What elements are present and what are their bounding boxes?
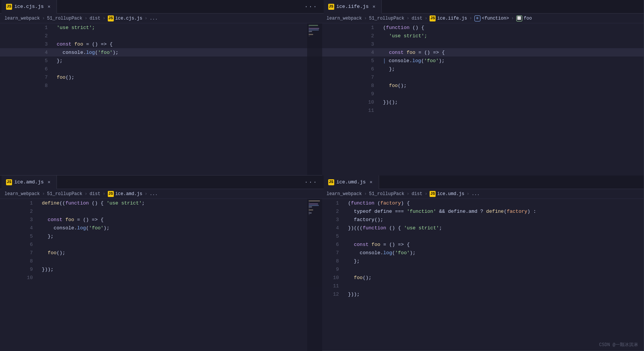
js-icon-iife: JS: [328, 4, 334, 10]
function-icon: ⊙: [474, 15, 480, 21]
line-row-active: 4 const foo = () => {: [322, 48, 644, 56]
minimap-cjs: [307, 23, 322, 175]
line-row: 6: [0, 240, 322, 249]
line-row: 2: [0, 32, 322, 40]
line-row: 4 })(((function () { 'use strict';: [322, 224, 644, 232]
line-row: 8 };: [322, 257, 644, 265]
line-row: 5 };: [0, 232, 322, 240]
js-badge-amd: JS: [108, 191, 114, 197]
line-row: 5 };: [0, 56, 322, 65]
line-row: 12 }));: [322, 290, 644, 298]
line-row: 1 'use strict';: [0, 23, 322, 32]
line-row: 3 const foo = () => {: [0, 40, 322, 48]
tab-label-cjs: ice.cjs.js: [14, 4, 44, 9]
tab-label-amd: ice.amd.js: [14, 179, 44, 185]
line-row: 7 foo();: [0, 249, 322, 257]
js-icon-amd: JS: [6, 179, 12, 185]
breadcrumb-iife: learn_webpack › 51_rollupPack › dist › J…: [322, 14, 644, 23]
js-badge-iife: JS: [430, 15, 436, 21]
var-icon: ⬜: [516, 15, 522, 21]
line-row: 6: [0, 65, 322, 73]
line-row: 2 'use strict';: [322, 32, 644, 40]
editor-pane-umd: JS ice.umd.js ✕ learn_webpack › 51_rollu…: [322, 176, 644, 351]
line-row: 10: [0, 273, 322, 282]
breadcrumb-cjs: learn_webpack › 51_rollupPack › dist › J…: [0, 14, 322, 23]
tab-bar-iife: JS ice.iife.js ✕: [322, 0, 644, 14]
close-tab-umd[interactable]: ✕: [368, 179, 374, 185]
line-row: 7 foo();: [0, 73, 322, 81]
close-tab-iife[interactable]: ✕: [371, 4, 377, 10]
line-row: 6 const foo = () => {: [322, 240, 644, 249]
tab-bar-amd: JS ice.amd.js ✕ ···: [0, 176, 322, 189]
line-row: 1 define((function () { 'use strict';: [0, 199, 322, 207]
js-badge-cjs: JS: [108, 15, 114, 21]
js-icon-umd: JS: [328, 179, 334, 185]
line-row: 7: [322, 73, 644, 81]
line-row: 5 │ console.log('foo');: [322, 56, 644, 65]
line-row: 3 factory();: [322, 215, 644, 224]
code-area-cjs[interactable]: 1 'use strict'; 2 3 const foo = () => { …: [0, 23, 322, 175]
editor-pane-amd: JS ice.amd.js ✕ ··· learn_webpack › 51_r…: [0, 176, 322, 351]
js-badge-umd: JS: [430, 191, 436, 197]
tab-amd[interactable]: JS ice.amd.js ✕: [2, 176, 57, 189]
line-row: 5: [322, 232, 644, 240]
tab-iife[interactable]: JS ice.iife.js ✕: [324, 0, 382, 14]
line-row: 11: [322, 106, 644, 114]
close-tab-amd[interactable]: ✕: [46, 179, 52, 185]
line-row: 6 };: [322, 65, 644, 73]
line-row: 3 const foo = () => {: [0, 215, 322, 224]
line-row: 8 foo();: [322, 81, 644, 90]
line-row: 4 console.log('foo');: [0, 224, 322, 232]
close-tab-cjs[interactable]: ✕: [46, 4, 52, 10]
code-area-umd[interactable]: 1 (function (factory) { 2 typeof define …: [322, 199, 644, 351]
line-row: 9: [322, 90, 644, 98]
minimap-amd: [307, 199, 322, 351]
editor-pane-iife: JS ice.iife.js ✕ learn_webpack › 51_roll…: [322, 0, 644, 176]
breadcrumb-amd: learn_webpack › 51_rollupPack › dist › J…: [0, 189, 322, 199]
tab-umd[interactable]: JS ice.umd.js ✕: [324, 176, 379, 189]
editor-pane-cjs: JS ice.cjs.js ✕ ··· learn_webpack › 51_r…: [0, 0, 322, 176]
line-row: 10 foo();: [322, 273, 644, 282]
line-row: 2: [0, 207, 322, 215]
line-row-active: 4 console.log('foo');: [0, 48, 322, 56]
line-row: 8: [0, 81, 322, 90]
watermark: CSDN @一颗冰淇淋: [599, 342, 638, 348]
code-area-iife[interactable]: 1 (function () { 2 'use strict'; 3 4 con…: [322, 23, 644, 176]
line-row: 10 })();: [322, 98, 644, 106]
line-row: 11: [322, 282, 644, 290]
line-row: 7 console.log('foo');: [322, 249, 644, 257]
line-row: 3: [322, 40, 644, 48]
line-row: 8: [0, 257, 322, 265]
line-row: 1 (function (factory) {: [322, 199, 644, 207]
tab-menu-amd[interactable]: ···: [301, 179, 321, 186]
tab-bar-umd: JS ice.umd.js ✕: [322, 176, 644, 189]
line-row: 1 (function () {: [322, 23, 644, 32]
breadcrumb-umd: learn_webpack › 51_rollupPack › dist › J…: [322, 189, 644, 199]
tab-menu-cjs[interactable]: ···: [301, 3, 321, 10]
line-row: 9: [322, 265, 644, 273]
tab-label-umd: ice.umd.js: [337, 179, 366, 185]
line-row: 9 }));: [0, 265, 322, 273]
tab-bar-cjs: JS ice.cjs.js ✕ ···: [0, 0, 322, 14]
tab-cjs[interactable]: JS ice.cjs.js ✕: [2, 0, 57, 14]
line-row: 2 typeof define === 'function' && define…: [322, 207, 644, 215]
js-icon: JS: [6, 4, 12, 10]
code-area-amd[interactable]: 1 define((function () { 'use strict'; 2 …: [0, 199, 322, 351]
tab-label-iife: ice.iife.js: [337, 4, 369, 9]
